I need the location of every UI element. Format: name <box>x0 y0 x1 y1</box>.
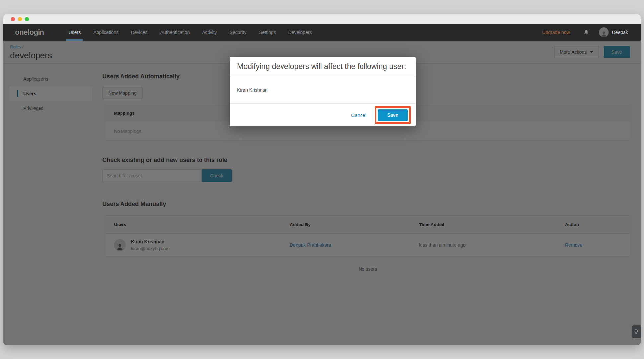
bell-icon[interactable] <box>583 29 589 35</box>
lightbulb-icon <box>634 329 639 335</box>
modal-save-button[interactable]: Save <box>378 109 408 121</box>
page-content: Roles / developers More Actions Save App… <box>3 41 641 345</box>
modal-title: Modifying developers will affect the fol… <box>230 57 416 76</box>
user-name-label[interactable]: Deepak <box>612 30 628 35</box>
app-window: onelogin Users Applications Devices Auth… <box>3 14 641 345</box>
nav-item-activity[interactable]: Activity <box>196 24 223 41</box>
nav-item-developers[interactable]: Developers <box>282 24 318 41</box>
nav-item-applications[interactable]: Applications <box>87 24 125 41</box>
maximize-button[interactable] <box>25 17 29 21</box>
nav-item-security[interactable]: Security <box>223 24 253 41</box>
cancel-button[interactable]: Cancel <box>351 112 366 118</box>
upgrade-now-link[interactable]: Upgrade now <box>542 30 570 35</box>
help-tab[interactable] <box>632 325 641 338</box>
nav-item-devices[interactable]: Devices <box>125 24 154 41</box>
save-button-wrapper: Save <box>378 109 408 121</box>
navbar-right: Upgrade now Deepak <box>542 24 641 41</box>
top-navbar: onelogin Users Applications Devices Auth… <box>3 24 641 41</box>
nav-menu: Users Applications Devices Authenticatio… <box>62 24 318 41</box>
modal-footer: Cancel Save <box>230 104 416 126</box>
confirm-modal: Modifying developers will affect the fol… <box>230 57 416 126</box>
nav-item-users[interactable]: Users <box>62 24 87 41</box>
user-avatar[interactable] <box>599 27 609 37</box>
nav-item-authentication[interactable]: Authentication <box>154 24 196 41</box>
nav-item-settings[interactable]: Settings <box>253 24 282 41</box>
minimize-button[interactable] <box>18 17 22 21</box>
onelogin-logo: onelogin <box>15 28 44 37</box>
window-titlebar <box>3 14 641 24</box>
modal-affected-user: Kiran Krishnan <box>230 76 416 104</box>
close-button[interactable] <box>11 17 15 21</box>
